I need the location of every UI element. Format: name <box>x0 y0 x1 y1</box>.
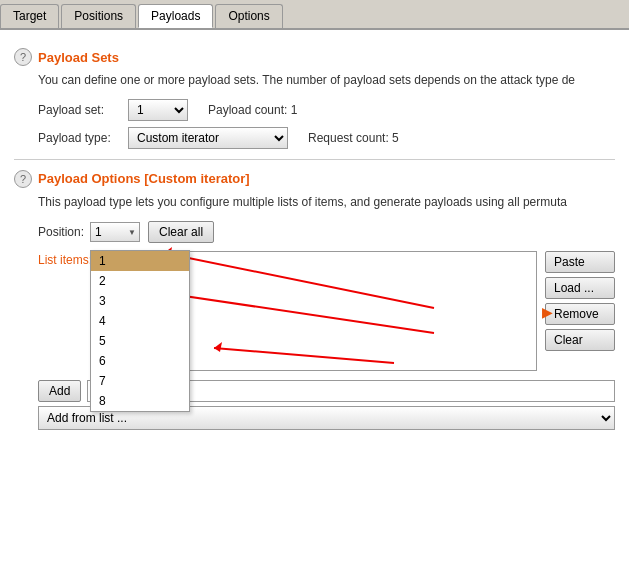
clear-all-button[interactable]: Clear all <box>148 221 214 243</box>
dropdown-item-6[interactable]: 6 <box>91 351 189 371</box>
dropdown-item-4[interactable]: 4 <box>91 311 189 331</box>
paste-button[interactable]: Paste <box>545 251 615 273</box>
dropdown-item-7[interactable]: 7 <box>91 371 189 391</box>
payload-options-help-icon[interactable]: ? <box>14 170 32 188</box>
position-select-wrapper: 1 2 3 4 5 6 7 8 1 2 3 4 5 6 7 <box>90 222 140 242</box>
position-select[interactable]: 1 2 3 4 5 6 7 8 <box>90 222 140 242</box>
dropdown-item-5[interactable]: 5 <box>91 331 189 351</box>
arrow-right-indicator: ▶ <box>542 304 553 320</box>
payload-options-desc: This payload type lets you configure mul… <box>38 194 615 211</box>
tab-options[interactable]: Options <box>215 4 282 28</box>
payloads-body: ? Payload Sets You can define one or mor… <box>14 48 615 430</box>
position-dropdown: 1 2 3 4 5 6 7 8 <box>90 250 190 412</box>
dropdown-item-1[interactable]: 1 <box>91 251 189 271</box>
payload-type-row: Payload type: Custom iterator Simple lis… <box>38 127 615 149</box>
section-divider <box>14 159 615 160</box>
dropdown-item-2[interactable]: 2 <box>91 271 189 291</box>
clear-button[interactable]: Clear <box>545 329 615 351</box>
dropdown-item-8[interactable]: 8 <box>91 391 189 411</box>
position-label: Position: <box>38 225 84 239</box>
tab-target[interactable]: Target <box>0 4 59 28</box>
list-items-label: List items: <box>38 253 92 267</box>
add-button[interactable]: Add <box>38 380 81 402</box>
payload-sets-desc: You can define one or more payload sets.… <box>38 72 615 89</box>
position-row: Position: 1 2 3 4 5 6 7 8 1 2 3 4 <box>38 221 615 243</box>
payload-type-select[interactable]: Custom iterator Simple list Runtime file <box>128 127 288 149</box>
payload-sets-title: Payload Sets <box>38 50 119 65</box>
main-content: ? Payload Sets You can define one or mor… <box>0 30 629 568</box>
payload-sets-header: ? Payload Sets <box>14 48 615 66</box>
remove-button[interactable]: Remove <box>545 303 615 325</box>
request-count: Request count: 5 <box>308 131 399 145</box>
payload-options-header: ? Payload Options [Custom iterator] <box>14 170 615 188</box>
dropdown-item-3[interactable]: 3 <box>91 291 189 311</box>
payload-set-select[interactable]: 1 2 3 <box>128 99 188 121</box>
tab-bar: Target Positions Payloads Options <box>0 0 629 30</box>
payload-sets-help-icon[interactable]: ? <box>14 48 32 66</box>
payload-set-row: Payload set: 1 2 3 Payload count: 1 <box>38 99 615 121</box>
payload-type-label: Payload type: <box>38 131 128 145</box>
tab-payloads[interactable]: Payloads <box>138 4 213 28</box>
tab-positions[interactable]: Positions <box>61 4 136 28</box>
payload-set-label: Payload set: <box>38 103 128 117</box>
payload-options-title: Payload Options [Custom iterator] <box>38 171 250 186</box>
side-buttons: Paste Load ... Remove Clear <box>545 251 615 351</box>
load-button[interactable]: Load ... <box>545 277 615 299</box>
payload-count: Payload count: 1 <box>208 103 297 117</box>
